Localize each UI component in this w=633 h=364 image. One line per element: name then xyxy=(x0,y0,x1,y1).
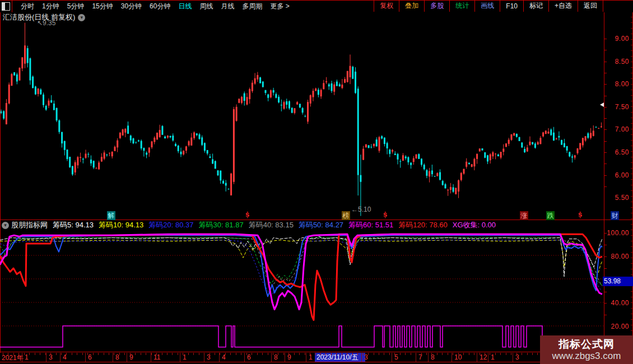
toolbar-button[interactable]: 复权 xyxy=(374,0,399,12)
timeline-tick xyxy=(331,353,332,355)
timeline-tick xyxy=(141,353,141,355)
timeline-tick xyxy=(18,353,19,355)
indicator-field: 筹码50: 84.27 xyxy=(299,220,343,230)
overlay-tag[interactable]: 跌 xyxy=(546,211,555,220)
timeline-tick xyxy=(268,353,268,355)
axis-edge-tick xyxy=(631,151,632,152)
axis-label: 100.00 xyxy=(607,229,629,237)
period-tab[interactable]: 更多 > xyxy=(266,2,293,11)
period-tab[interactable]: 月线 xyxy=(217,2,238,11)
timeline-divider xyxy=(285,353,285,362)
period-tab[interactable]: 多周期 xyxy=(238,2,266,11)
toolbar-button[interactable]: 画线 xyxy=(474,0,500,12)
axis-edge-tick xyxy=(631,246,632,247)
timeline-tick xyxy=(56,353,57,355)
indicator-field: 筹码20: 80.37 xyxy=(148,220,193,230)
timeline-tick xyxy=(215,353,215,355)
toolbar-button[interactable]: F10 xyxy=(500,0,523,12)
axis-tick xyxy=(604,84,607,85)
timeline-month: 3 xyxy=(207,353,211,361)
axis-tick xyxy=(604,50,607,50)
timeline-divider xyxy=(271,353,272,362)
timeline-divider xyxy=(85,353,86,362)
toolbar-button[interactable]: 多股 xyxy=(424,0,449,12)
period-tab[interactable]: 5分钟 xyxy=(63,2,89,11)
axis-tick xyxy=(604,73,607,73)
layout-icon[interactable] xyxy=(2,2,10,11)
timeline-tick xyxy=(288,353,289,355)
axis-edge-tick xyxy=(631,196,632,197)
timeline[interactable]: 2021年 2023/11/10/五 134689111346891357810… xyxy=(0,353,604,362)
overlay-tag[interactable]: 解 xyxy=(107,211,115,220)
axis-tick xyxy=(604,186,607,187)
toolbar-menu: 复权叠加多股统计画线F10标记+自选返回 xyxy=(374,0,603,12)
timeline-divider xyxy=(392,353,392,362)
indicator-chart[interactable] xyxy=(0,231,604,352)
axis-tick xyxy=(604,268,607,269)
axis-label: 6.00 xyxy=(615,171,629,179)
axis-label: 8.00 xyxy=(615,80,629,88)
sell-mark: ṩ xyxy=(245,211,249,218)
overlay-tag[interactable]: 涨 xyxy=(520,211,528,220)
axis-edge-tick xyxy=(631,162,632,163)
toolbar-button[interactable]: +自选 xyxy=(548,0,578,12)
timeline-tick xyxy=(463,353,464,355)
watermark-url: www.zbgs3.com xyxy=(552,351,621,362)
timeline-divider xyxy=(60,353,60,362)
period-tab[interactable]: 1分钟 xyxy=(38,2,63,11)
timeline-month: 6 xyxy=(247,353,251,361)
chevron-down-icon[interactable]: ▾ xyxy=(2,222,9,229)
timeline-tick xyxy=(29,353,30,355)
timeline-tick xyxy=(357,353,358,355)
axis-edge-tick xyxy=(631,308,632,309)
candlestick-chart[interactable] xyxy=(0,12,604,220)
timeline-tick xyxy=(426,353,427,355)
period-tab[interactable]: 60分钟 xyxy=(146,2,174,11)
indicator-name[interactable]: 股朋指标网 xyxy=(11,220,48,230)
overlay-tag[interactable]: 财 xyxy=(611,211,619,220)
period-tab[interactable]: 30分钟 xyxy=(117,2,146,11)
toolbar-button[interactable]: 统计 xyxy=(449,0,474,12)
indicator-field: 筹码120: 78.60 xyxy=(398,220,447,230)
timeline-tick xyxy=(230,353,231,355)
period-tab[interactable]: 日线 xyxy=(174,2,196,11)
axis-edge-tick xyxy=(631,17,632,17)
period-tab[interactable]: 15分钟 xyxy=(88,2,117,11)
axis-tick xyxy=(604,141,607,142)
timeline-tick xyxy=(183,353,183,355)
timeline-divider xyxy=(452,353,452,362)
axis-edge-tick xyxy=(631,123,632,124)
timeline-tick xyxy=(151,353,152,355)
axis-edge-tick xyxy=(631,185,632,185)
period-tab[interactable]: 周线 xyxy=(196,2,217,11)
toolbar-button[interactable]: 标记 xyxy=(523,0,548,12)
axis-edge-tick xyxy=(631,78,632,79)
timeline-month: 8 xyxy=(274,353,278,361)
period-tab[interactable]: 分时 xyxy=(17,2,38,11)
timeline-tick xyxy=(431,353,432,355)
price-axis: 9.008.508.007.507.006.506.005.50100.0080… xyxy=(604,12,632,362)
axis-edge-tick xyxy=(631,269,632,269)
timeline-divider xyxy=(46,353,46,362)
timeline-divider xyxy=(22,353,22,362)
axis-edge-tick xyxy=(631,146,632,146)
axis-tick xyxy=(604,233,607,234)
axis-tick xyxy=(604,129,607,130)
timeline-divider xyxy=(428,353,429,362)
axis-edge-tick xyxy=(631,90,632,90)
timeline-tick xyxy=(511,353,511,355)
toolbar-button[interactable]: 返回 xyxy=(578,0,603,12)
timeline-year: 2021年 xyxy=(2,353,24,363)
overlay-tag[interactable]: 榜 xyxy=(342,211,350,220)
axis-edge-tick xyxy=(631,241,632,241)
timeline-tick xyxy=(178,353,178,355)
timeline-tick xyxy=(156,353,157,355)
timeline-tick xyxy=(485,353,485,355)
timeline-tick xyxy=(241,353,241,355)
toolbar-button[interactable]: 叠加 xyxy=(399,0,424,12)
timeline-divider xyxy=(113,353,113,362)
timeline-tick xyxy=(516,353,517,355)
axis-edge-tick xyxy=(631,39,632,40)
axis-edge-tick xyxy=(631,168,632,169)
timeline-month: 11 xyxy=(153,353,160,361)
